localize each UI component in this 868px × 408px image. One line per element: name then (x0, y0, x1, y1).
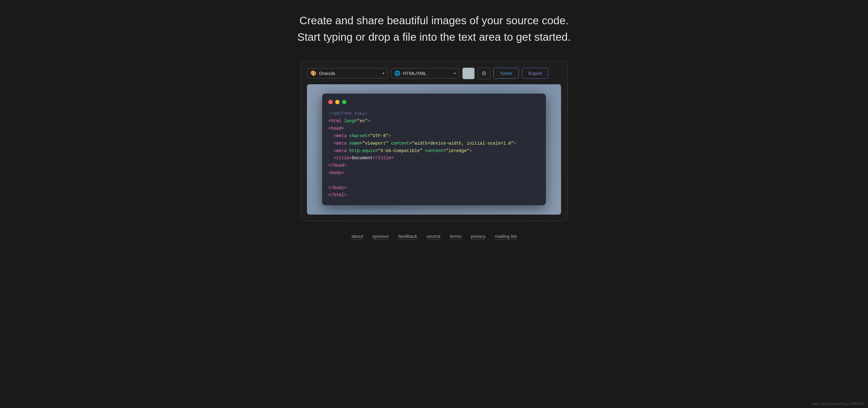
code-line: <title>Document</title> (329, 154, 539, 162)
lang-icon: 🌐 (394, 70, 400, 76)
theme-icon: 🎨 (310, 70, 316, 76)
code-line: <meta name="viewport" content="width=dev… (329, 140, 539, 147)
footer-link-mailing-list[interactable]: mailing list (495, 234, 517, 240)
code-window: <!DOCTYPE html> <html lang="en"> <head> … (322, 94, 546, 206)
code-content[interactable]: <!DOCTYPE html> <html lang="en"> <head> … (329, 110, 539, 199)
bg-color-swatch[interactable] (462, 67, 475, 79)
footer: about sponsor feedback source terms priv… (351, 234, 517, 240)
lang-label: HTML/XML (403, 70, 452, 76)
export-button[interactable]: Export (522, 68, 548, 79)
code-line: <meta http-equiv="X-UA-Compatible" conte… (329, 147, 539, 155)
code-line: <meta charset="UTF-8"> (329, 133, 539, 140)
footer-link-source[interactable]: source (427, 234, 440, 240)
maximize-dot (342, 100, 346, 104)
code-line: </html> (329, 192, 539, 199)
hero-section: Create and share beautiful images of you… (297, 12, 571, 46)
footer-link-feedback[interactable]: feedback (398, 234, 417, 240)
code-line (329, 177, 539, 184)
tweet-button[interactable]: Tweet (493, 68, 519, 79)
url-hint: https://blog.csdn.net/qq_37860930 (812, 402, 864, 406)
lang-select[interactable]: 🌐 HTML/XML ▾ (391, 68, 459, 78)
close-dot (329, 100, 333, 104)
code-line: <html lang="en"> (329, 118, 539, 125)
footer-link-privacy[interactable]: privacy (471, 234, 486, 240)
theme-select[interactable]: 🎨 Dracula ▾ (307, 68, 388, 78)
lang-chevron-icon: ▾ (454, 71, 456, 76)
footer-link-sponsor[interactable]: sponsor (372, 234, 389, 240)
footer-link-about[interactable]: about (351, 234, 363, 240)
code-line: <!DOCTYPE html> (329, 110, 539, 118)
main-card: 🎨 Dracula ▾ 🌐 HTML/XML ▾ ⚙ Tweet Export … (301, 61, 567, 222)
code-canvas: <!DOCTYPE html> <html lang="en"> <head> … (307, 84, 561, 215)
settings-button[interactable]: ⚙ (478, 67, 490, 79)
code-line: <body> (329, 170, 539, 177)
code-line: </head> (329, 162, 539, 170)
theme-chevron-icon: ▾ (382, 71, 384, 76)
window-controls (329, 100, 539, 104)
gear-icon: ⚙ (482, 70, 487, 77)
toolbar: 🎨 Dracula ▾ 🌐 HTML/XML ▾ ⚙ Tweet Export (307, 67, 561, 79)
hero-title: Create and share beautiful images of you… (297, 12, 571, 46)
footer-link-terms[interactable]: terms (450, 234, 462, 240)
code-line: </body> (329, 184, 539, 192)
code-line: <head> (329, 125, 539, 133)
theme-label: Dracula (319, 70, 380, 76)
minimize-dot (335, 100, 340, 104)
